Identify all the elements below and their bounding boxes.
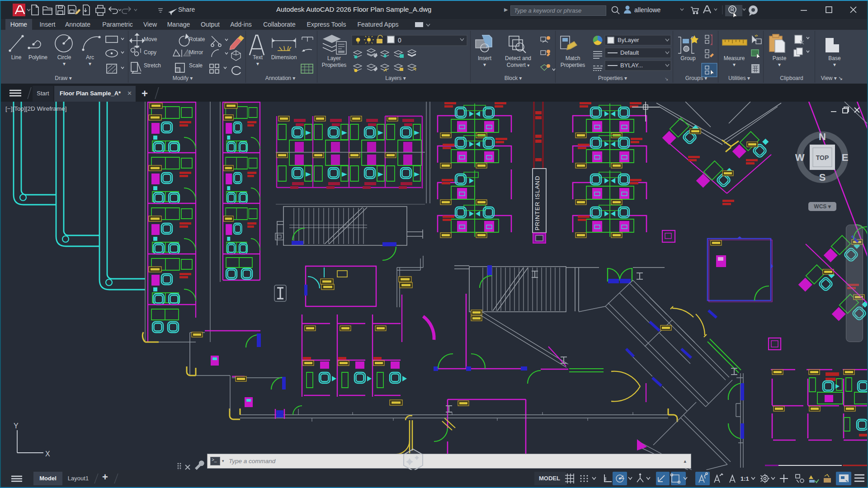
svg-text:X: X (45, 450, 50, 458)
svg-text:Default: Default (620, 49, 639, 56)
svg-text:1:1: 1:1 (741, 475, 749, 482)
svg-text:allenlowe: allenlowe (634, 6, 661, 14)
svg-text:TOP: TOP (816, 154, 829, 161)
svg-text:E: E (842, 152, 849, 163)
svg-text:BYLAY...: BYLAY... (620, 62, 643, 69)
svg-text:0: 0 (398, 37, 401, 44)
svg-text:Y: Y (14, 422, 19, 430)
svg-text:N: N (819, 131, 826, 142)
svg-text:PRINTER ISLAND: PRINTER ISLAND (534, 175, 541, 230)
svg-text:W: W (795, 152, 805, 163)
svg-text:↘: ↘ (665, 76, 668, 81)
svg-text:ByLayer: ByLayer (618, 37, 639, 43)
svg-text:S: S (819, 172, 826, 183)
